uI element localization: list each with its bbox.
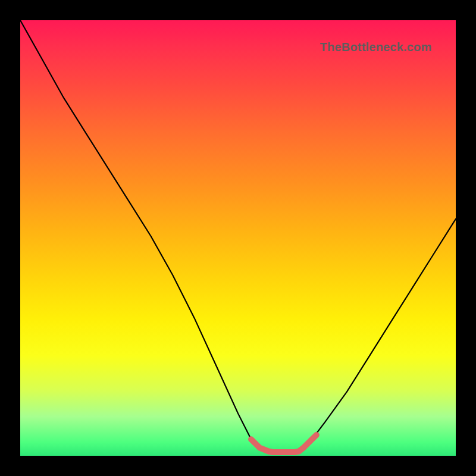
- optimal-zone: [251, 435, 317, 452]
- bottleneck-curve: [20, 20, 456, 452]
- watermark-text: TheBottleneck.com: [320, 40, 432, 54]
- chart-svg: [20, 20, 456, 456]
- plot-area: TheBottleneck.com: [20, 20, 456, 456]
- chart-frame: TheBottleneck.com: [0, 0, 476, 476]
